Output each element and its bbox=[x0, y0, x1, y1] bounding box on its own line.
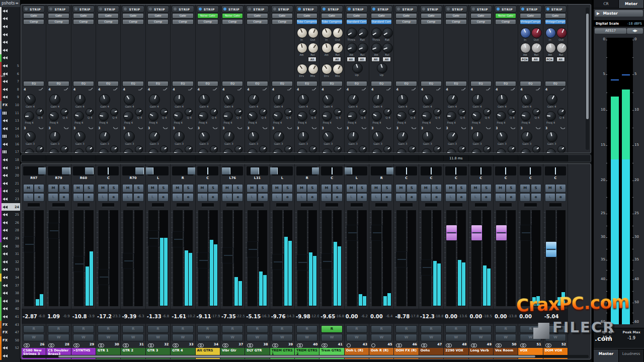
track-list-item[interactable]: FX10 bbox=[0, 101, 20, 109]
listen-button[interactable]: L bbox=[421, 193, 431, 202]
freq3-knob[interactable] bbox=[198, 148, 208, 153]
freq3-knob[interactable] bbox=[446, 148, 456, 153]
track-list-item[interactable]: 7 bbox=[0, 77, 20, 85]
automation-write-button[interactable]: W bbox=[545, 334, 566, 341]
mute-button[interactable]: M bbox=[421, 184, 431, 193]
solo-button[interactable]: S bbox=[34, 184, 44, 193]
strip-tab[interactable]: STRIP bbox=[420, 6, 442, 13]
gain3-knob[interactable] bbox=[472, 131, 483, 142]
track-list-item[interactable]: 15 bbox=[0, 133, 20, 141]
edit-button[interactable]: e bbox=[34, 193, 44, 202]
solo-button[interactable]: S bbox=[307, 184, 317, 193]
eq-button[interactable]: EQ bbox=[122, 81, 143, 86]
gate-button[interactable]: Gate bbox=[371, 13, 392, 19]
edit-button[interactable]: e bbox=[183, 193, 194, 202]
pan-slider[interactable] bbox=[545, 166, 566, 175]
gate-button[interactable]: Gate bbox=[272, 13, 293, 19]
gain4-knob[interactable] bbox=[49, 94, 60, 105]
eq-button[interactable]: EQ bbox=[98, 81, 119, 86]
freq4-knob[interactable] bbox=[173, 111, 183, 121]
gain3-knob[interactable] bbox=[422, 131, 433, 142]
out-knob[interactable] bbox=[531, 28, 542, 38]
eq-button[interactable]: EQ bbox=[222, 81, 243, 86]
track-list-item[interactable]: FX50 bbox=[0, 336, 20, 344]
strip-tab[interactable]: STRIP bbox=[122, 6, 144, 13]
edit-button[interactable]: e bbox=[431, 193, 442, 202]
gate-button[interactable]: Gate bbox=[122, 13, 143, 19]
comp-button[interactable]: Comp bbox=[395, 19, 417, 25]
edit-button[interactable]: e bbox=[456, 193, 467, 202]
fader-handle[interactable] bbox=[371, 225, 383, 241]
gain3-knob[interactable] bbox=[497, 131, 508, 142]
edit-button[interactable]: e bbox=[133, 193, 144, 202]
freq4-knob[interactable] bbox=[49, 111, 59, 121]
horizontal-scrollbar[interactable] bbox=[22, 355, 589, 358]
gate-button[interactable]: Gate bbox=[321, 13, 342, 19]
freq3-knob[interactable] bbox=[223, 148, 233, 153]
all-button[interactable]: All bbox=[333, 57, 341, 62]
fader-value[interactable]: 0.00 bbox=[470, 314, 482, 319]
q4-knob[interactable] bbox=[458, 108, 466, 116]
comp-button[interactable]: Comp bbox=[421, 19, 442, 25]
strip-tab[interactable]: STRIP bbox=[47, 6, 69, 13]
pan-slider[interactable] bbox=[48, 166, 69, 175]
gain4-knob[interactable] bbox=[273, 94, 284, 105]
track-list-item[interactable]: 39 bbox=[0, 297, 20, 305]
fader-value[interactable]: -9.11 bbox=[197, 314, 211, 319]
freq4-knob[interactable] bbox=[198, 111, 208, 121]
freq4-knob[interactable] bbox=[322, 111, 332, 121]
fader-value[interactable]: -2.87 bbox=[23, 314, 37, 319]
freq3-knob[interactable] bbox=[99, 148, 109, 153]
gain4-knob[interactable] bbox=[472, 94, 483, 105]
sidebar-header[interactable]: pshots ≡ bbox=[0, 0, 20, 7]
q4-knob[interactable] bbox=[185, 108, 193, 116]
track-list-item[interactable]: 14 bbox=[0, 125, 20, 133]
track-list-item[interactable]: FX47 bbox=[0, 328, 20, 336]
freq3-knob[interactable] bbox=[471, 148, 481, 153]
q4-knob[interactable] bbox=[86, 108, 94, 116]
solo-button[interactable]: S bbox=[456, 184, 467, 193]
automation-write-button[interactable]: W bbox=[222, 334, 243, 341]
q4-knob[interactable] bbox=[359, 108, 367, 116]
edit-button[interactable]: e bbox=[84, 193, 94, 202]
freq4-knob[interactable] bbox=[223, 111, 233, 121]
fader-handle[interactable] bbox=[297, 254, 308, 270]
strip-tab[interactable]: STRIP bbox=[147, 6, 169, 13]
gain4-knob[interactable] bbox=[124, 94, 135, 105]
gate-button[interactable]: Gate bbox=[247, 13, 268, 19]
mute-button[interactable]: M bbox=[545, 184, 555, 193]
fader-value[interactable]: -10.8 bbox=[72, 314, 87, 319]
automation-write-button[interactable]: W bbox=[495, 334, 516, 341]
automation-write-button[interactable]: W bbox=[395, 334, 417, 341]
comp-button[interactable]: Comp bbox=[172, 19, 193, 25]
fader-value[interactable]: 0.00 bbox=[445, 314, 457, 319]
q3-knob[interactable] bbox=[508, 145, 516, 153]
fader-value[interactable]: 0.00 bbox=[370, 314, 383, 319]
automation-write-button[interactable]: W bbox=[272, 334, 293, 341]
fader-track[interactable] bbox=[248, 210, 257, 306]
in-knob[interactable] bbox=[520, 28, 531, 38]
freq3-knob[interactable] bbox=[496, 148, 506, 153]
listen-button[interactable]: L bbox=[122, 193, 133, 202]
listen-button[interactable]: L bbox=[23, 193, 34, 202]
pan-slider[interactable] bbox=[296, 166, 317, 175]
automation-write-button[interactable]: W bbox=[48, 334, 69, 341]
track-list-item[interactable]: 25 bbox=[0, 211, 20, 219]
mute-button[interactable]: M bbox=[272, 184, 282, 193]
rel-knob[interactable] bbox=[531, 43, 542, 53]
q3-knob[interactable] bbox=[36, 145, 44, 153]
gain3-knob[interactable] bbox=[248, 131, 259, 142]
horizontal-scrollbar-thumb[interactable] bbox=[58, 355, 535, 357]
att-knob[interactable] bbox=[347, 43, 357, 53]
meter-range-icon[interactable]: ◀▶ bbox=[627, 28, 643, 34]
fader-track[interactable] bbox=[99, 210, 108, 306]
rel-knob[interactable] bbox=[358, 43, 368, 53]
mute-button[interactable]: M bbox=[296, 184, 307, 193]
mute-button[interactable]: M bbox=[122, 184, 133, 193]
strip-tab[interactable]: STRIP bbox=[197, 6, 219, 13]
in-knob[interactable] bbox=[545, 28, 556, 38]
q4-knob[interactable] bbox=[284, 108, 292, 116]
mute-button[interactable]: M bbox=[23, 184, 34, 193]
listen-button[interactable]: L bbox=[371, 193, 381, 202]
strip-tab[interactable]: STRIP bbox=[544, 6, 567, 13]
